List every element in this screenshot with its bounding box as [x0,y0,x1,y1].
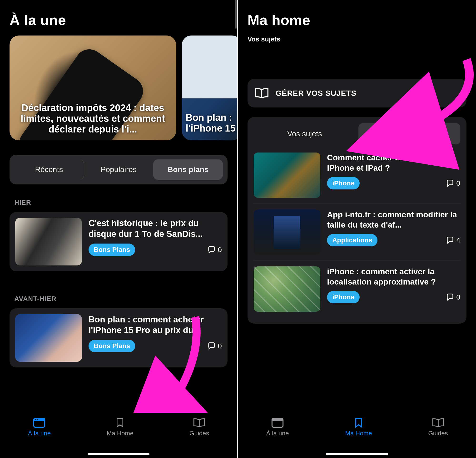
scrollbar[interactable] [235,0,237,29]
comments-count[interactable]: 0 [208,342,222,350]
hero-headline: Bon plan : l'iPhone 15 [182,112,238,134]
manage-label: GÉRER VOS SUJETS [276,89,357,98]
favorites-list: Comment cacher des photos sur iPhone et … [254,147,460,317]
favorites-panel: Vos sujets Vos favoris Comment cacher de… [247,117,467,324]
comment-icon [446,293,454,301]
segment-vos-sujets[interactable]: Vos sujets [254,123,356,144]
comments-count[interactable]: 0 [446,179,460,187]
bookmark-icon [114,418,126,428]
tab-bar: À la une Ma Home Guides [238,413,476,458]
comment-icon [446,179,454,187]
window-icon [33,418,45,428]
article-card[interactable]: C'est historique : le prix du disque dur… [9,212,228,271]
hero-card-1[interactable]: Déclaration impôts 2024 : dates limites,… [9,35,176,140]
screen-a-la-une: À la une Déclaration impôts 2024 : dates… [0,0,238,458]
list-item[interactable]: Comment cacher des photos sur iPhone et … [254,147,460,204]
comments-count[interactable]: 4 [446,236,460,244]
bookmark-icon [352,418,365,428]
section-label-avant-hier: AVANT-HIER [0,281,237,308]
tab-label: Guides [428,430,448,437]
list-item[interactable]: App i-nfo.fr : comment modifier la taill… [254,204,460,261]
hero-carousel[interactable]: Déclaration impôts 2024 : dates limites,… [0,35,237,140]
section-label-hier: HIER [0,185,237,212]
tab-label: À la une [28,430,51,437]
comments-count[interactable]: 0 [208,246,222,254]
book-icon [255,88,269,99]
article-title: App i-nfo.fr : comment modifier la taill… [327,210,460,230]
screen-ma-home: Ma home Vos sujets GÉRER VOS SUJETS Vos … [238,0,476,458]
comment-icon [446,236,454,244]
window-icon [271,418,284,428]
home-indicator[interactable] [326,453,388,455]
article-thumbnail [254,266,320,312]
article-thumbnail [15,218,82,265]
article-thumbnail [15,314,82,362]
article-tag[interactable]: Applications [327,234,377,247]
segment-vos-favoris[interactable]: Vos favoris [358,123,460,144]
article-thumbnail [254,210,320,255]
article-card[interactable]: Bon plan : comment acheter l'iPhone 15 P… [9,308,228,368]
tab-a-la-une[interactable]: À la une [28,418,51,437]
page-title: À la une [0,0,237,35]
tab-guides[interactable]: Guides [428,418,448,437]
list-item[interactable]: iPhone : comment activer la localisation… [254,261,460,317]
article-thumbnail [254,152,320,198]
tab-ma-home[interactable]: Ma Home [107,418,134,437]
tab-a-la-une[interactable]: À la une [266,418,289,437]
article-tag[interactable]: Bons Plans [89,244,135,256]
page-title: Ma home [238,0,476,35]
segment-bons-plans[interactable]: Bons plans [153,159,223,180]
article-title: Comment cacher des photos sur iPhone et … [327,152,460,173]
tab-label: Guides [189,430,209,437]
tab-ma-home[interactable]: Ma Home [345,418,372,437]
comment-icon [208,246,215,254]
subhead: Vos sujets [238,35,476,50]
segment-populaires[interactable]: Populaires [84,159,153,180]
book-icon [193,418,205,428]
article-title: iPhone : comment activer la localisation… [327,266,460,287]
comment-icon [208,342,215,350]
tab-bar: À la une Ma Home Guides [0,413,237,458]
manage-subjects-button[interactable]: GÉRER VOS SUJETS [247,79,467,107]
tab-guides[interactable]: Guides [189,418,209,437]
hero-headline: Déclaration impôts 2024 : dates limites,… [9,102,176,135]
article-tag[interactable]: iPhone [327,177,360,189]
category-segmented-control: Récents Populaires Bons plans [9,155,228,185]
home-indicator[interactable] [88,453,149,455]
svg-point-2 [35,419,36,420]
comments-count[interactable]: 0 [446,293,460,301]
tab-label: Ma Home [345,430,372,437]
article-title: Bon plan : comment acheter l'iPhone 15 P… [89,314,222,335]
hero-card-2[interactable]: Bon plan : l'iPhone 15 [182,35,238,140]
segment-recents[interactable]: Récents [14,159,84,180]
tab-label: Ma Home [107,430,134,437]
svg-point-3 [37,419,38,420]
article-title: C'est historique : le prix du disque dur… [89,218,222,239]
tab-label: À la une [266,430,289,437]
book-icon [432,418,444,428]
article-tag[interactable]: iPhone [327,291,360,303]
article-tag[interactable]: Bons Plans [89,340,135,352]
favorites-segmented-control: Vos sujets Vos favoris [254,123,460,144]
svg-rect-5 [272,418,283,421]
